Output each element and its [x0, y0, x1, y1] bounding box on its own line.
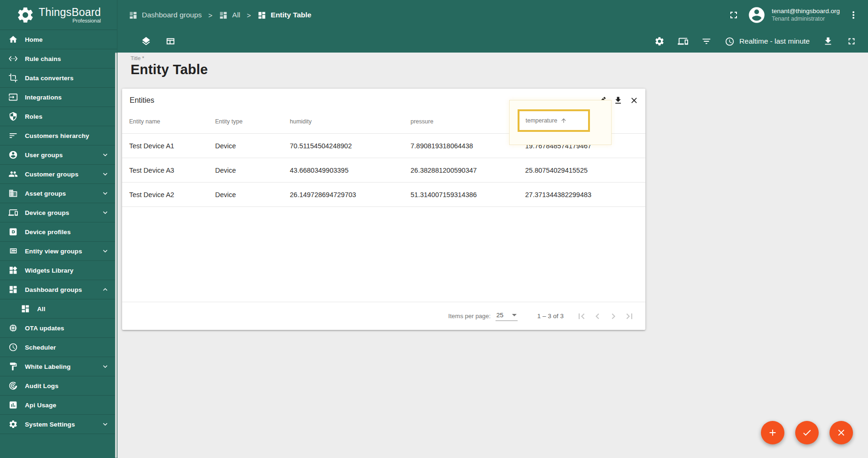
- chart-box-icon: [8, 400, 18, 410]
- cell-humidity: 70.51154504248902: [290, 142, 411, 150]
- user-icon: [8, 150, 18, 160]
- plus-icon: [767, 427, 778, 438]
- close-widget-icon[interactable]: [629, 96, 639, 105]
- sidebar-nav: Home Rule chains Data converters Integra…: [0, 30, 117, 434]
- sidebar-item-dashboard-groups[interactable]: Dashboard groups: [0, 280, 117, 299]
- timewindow-button[interactable]: Realtime - last minute: [725, 37, 810, 46]
- sidebar-item-api-usage[interactable]: Api Usage: [0, 396, 117, 415]
- breadcrumb-entity-table[interactable]: Entity Table: [257, 11, 311, 20]
- fullscreen-icon[interactable]: [728, 9, 740, 21]
- chevron-down-icon: [101, 208, 109, 217]
- dashboard-title-field[interactable]: Title * Entity Table: [131, 55, 208, 77]
- sidebar: ThingsBoard Professional Home Rule chain…: [0, 0, 117, 458]
- sidebar-item-integrations[interactable]: Integrations: [0, 88, 117, 107]
- layout-grid-icon[interactable]: [165, 36, 176, 46]
- gear-icon: [8, 420, 18, 429]
- check-icon: [802, 427, 812, 438]
- entity-aliases-filter-icon[interactable]: [701, 36, 712, 46]
- clock-icon: [8, 343, 18, 352]
- header-actions: tenant@thingsboard.org Tenant administra…: [728, 6, 860, 24]
- cancel-changes-button[interactable]: [829, 421, 853, 444]
- sidebar-item-entity-view-groups[interactable]: Entity view groups: [0, 242, 117, 261]
- items-per-page-label: Items per page:: [448, 313, 490, 320]
- data-converters-icon: [8, 73, 18, 83]
- items-per-page-value: 25: [496, 312, 504, 319]
- user-info: tenant@thingsboard.org Tenant administra…: [772, 8, 840, 23]
- sidebar-item-audit-logs[interactable]: Audit Logs: [0, 376, 117, 396]
- cell-humidity: 26.149728694729703: [290, 191, 411, 198]
- cell-entity-name: Test Device A2: [129, 191, 215, 198]
- sidebar-item-ota-updates[interactable]: OTA updates: [0, 319, 117, 338]
- dropdown-caret-icon: [512, 314, 517, 316]
- devices-icon: [8, 208, 18, 217]
- dashboard-toolbar: Realtime - last minute: [117, 30, 868, 53]
- timewindow-label: Realtime - last minute: [739, 37, 810, 46]
- title-field-label: Title *: [131, 55, 208, 61]
- breadcrumb-all[interactable]: All: [219, 11, 240, 20]
- sidebar-item-system-settings[interactable]: System Settings: [0, 415, 117, 434]
- breadcrumb-dashboard-groups[interactable]: Dashboard groups: [129, 11, 202, 20]
- breadcrumb-separator: >: [209, 11, 213, 19]
- chevron-down-icon: [101, 420, 109, 428]
- download-widget-icon[interactable]: [613, 96, 623, 105]
- dashboard-settings-icon[interactable]: [654, 36, 665, 46]
- column-header-humidity[interactable]: humidity: [290, 118, 411, 125]
- dashboard-icon: [21, 304, 30, 313]
- manage-states-icon[interactable]: [678, 36, 688, 46]
- column-header-entity-name[interactable]: Entity name: [129, 118, 215, 125]
- sidebar-item-data-converters[interactable]: Data converters: [0, 69, 117, 88]
- first-page-icon[interactable]: [576, 311, 587, 322]
- sidebar-item-user-groups[interactable]: User groups: [0, 145, 117, 165]
- home-icon: [8, 35, 18, 44]
- table-row[interactable]: Test Device A2 Device 26.149728694729703…: [122, 183, 645, 207]
- sidebar-scrollbar[interactable]: [115, 53, 117, 458]
- column-header-temperature[interactable]: temperature: [518, 109, 590, 132]
- next-page-icon[interactable]: [608, 311, 619, 322]
- logo-title: ThingsBoard: [39, 6, 101, 19]
- sidebar-item-scheduler[interactable]: Scheduler: [0, 338, 117, 357]
- column-header-entity-type[interactable]: Entity type: [215, 118, 290, 125]
- cell-pressure: 51.314007159314386: [411, 191, 525, 198]
- thingsboard-logo[interactable]: ThingsBoard Professional: [0, 0, 117, 30]
- column-header-pressure[interactable]: pressure: [411, 118, 525, 125]
- last-page-icon[interactable]: [624, 311, 635, 322]
- user-avatar[interactable]: [747, 6, 766, 24]
- cell-entity-name: Test Device A3: [129, 167, 215, 174]
- expand-fullscreen-icon[interactable]: [846, 36, 857, 46]
- download-icon[interactable]: [823, 36, 833, 46]
- more-menu-icon[interactable]: [847, 9, 860, 21]
- integrations-icon: [8, 92, 18, 102]
- sidebar-item-rule-chains[interactable]: Rule chains: [0, 49, 117, 69]
- cell-temperature: 27.371344382299483: [525, 191, 645, 198]
- manage-layouts-icon[interactable]: [141, 36, 151, 46]
- building-icon: [8, 189, 18, 198]
- cell-temperature: 25.80754029415525: [525, 167, 645, 174]
- table-row[interactable]: Test Device A3 Device 43.6680349903395 2…: [122, 158, 645, 183]
- sidebar-item-device-groups[interactable]: Device groups: [0, 203, 117, 222]
- sidebar-item-asset-groups[interactable]: Asset groups: [0, 184, 117, 203]
- add-widget-button[interactable]: [761, 421, 784, 444]
- dashboard-content: Title * Entity Table Entities Entity nam…: [117, 53, 868, 458]
- cell-entity-name: Test Device A1: [129, 142, 215, 150]
- sidebar-item-customer-groups[interactable]: Customer groups: [0, 165, 117, 184]
- sort-ascending-arrow-icon: [560, 117, 567, 124]
- hierarchy-icon: [8, 131, 18, 140]
- chip-icon: [8, 323, 18, 333]
- previous-page-icon[interactable]: [592, 311, 603, 322]
- view-quilt-icon: [8, 246, 18, 256]
- dashboard-icon: [8, 285, 18, 294]
- logo-subtitle: Professional: [72, 18, 101, 23]
- items-per-page-select[interactable]: 25: [496, 312, 518, 321]
- sidebar-item-white-labeling[interactable]: White Labeling: [0, 357, 117, 376]
- user-role: Tenant administrator: [772, 15, 840, 23]
- chevron-down-icon: [101, 247, 109, 255]
- top-header: Dashboard groups > All > Entity Table te…: [117, 0, 868, 30]
- sidebar-item-widgets-library[interactable]: Widgets Library: [0, 261, 117, 280]
- sidebar-item-device-profiles[interactable]: Device profiles: [0, 222, 117, 242]
- sidebar-item-roles[interactable]: Roles: [0, 107, 117, 126]
- sidebar-item-home[interactable]: Home: [0, 30, 117, 49]
- dashboard-title-value[interactable]: Entity Table: [131, 62, 208, 77]
- sidebar-item-dashboard-groups-all[interactable]: All: [0, 299, 117, 319]
- sidebar-item-customers-hierarchy[interactable]: Customers hierarchy: [0, 126, 117, 145]
- apply-changes-button[interactable]: [795, 421, 819, 444]
